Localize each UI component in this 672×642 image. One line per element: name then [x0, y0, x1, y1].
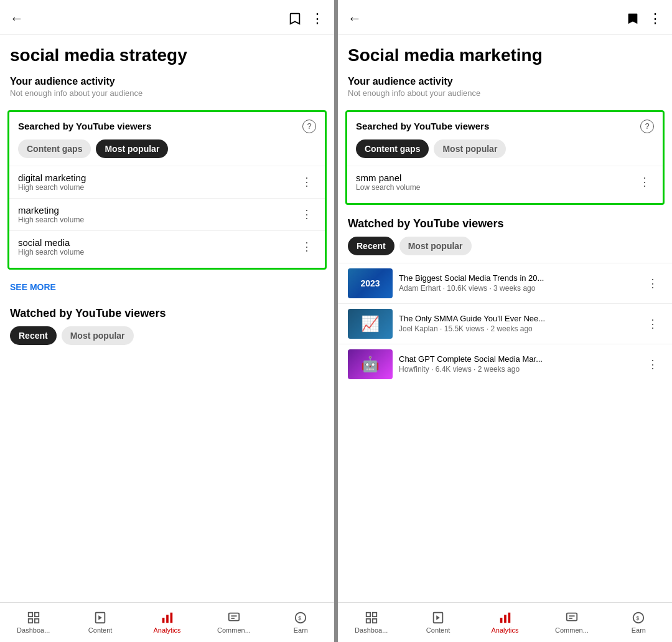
- right-audience-title: Your audience activity: [338, 66, 672, 88]
- left-search-menu-2[interactable]: ⋮: [297, 205, 316, 224]
- left-nav-content-label: Content: [88, 626, 113, 634]
- right-watch-popular[interactable]: Most popular: [399, 237, 472, 255]
- left-nav-comments-label: Commen...: [217, 626, 251, 634]
- left-search-item-3: social media High search volume ⋮: [9, 230, 325, 263]
- left-watch-tabs: Recent Most popular: [0, 324, 334, 352]
- left-nav-dashboard[interactable]: Dashboa...: [0, 603, 67, 642]
- right-nav-comments-label: Commen...: [555, 626, 589, 634]
- right-panel: ← ⋮ Social media marketing Your audience…: [338, 0, 672, 642]
- right-content: Social media marketing Your audience act…: [338, 35, 672, 602]
- left-watch-recent[interactable]: Recent: [10, 326, 57, 345]
- right-nav-content-label: Content: [426, 626, 450, 634]
- right-box-header: Searched by YouTube viewers ?: [347, 120, 663, 139]
- bookmark-filled-icon[interactable]: [626, 12, 640, 26]
- right-nav-dashboard[interactable]: Dashboa...: [338, 603, 404, 642]
- right-nav-earn[interactable]: $ Earn: [605, 603, 672, 642]
- left-help-icon[interactable]: ?: [302, 120, 316, 133]
- right-tab-most-popular[interactable]: Most popular: [434, 139, 506, 158]
- right-comments-icon: [565, 611, 579, 625]
- right-nav-analytics-label: Analytics: [492, 626, 519, 634]
- right-watch-tabs: Recent Most popular: [338, 234, 672, 263]
- earn-icon: $: [294, 611, 307, 625]
- left-search-volume-3: High search volume: [18, 248, 297, 257]
- left-search-volume-1: High search volume: [18, 183, 297, 192]
- right-search-volume-1: Low search volume: [356, 183, 635, 192]
- left-top-bar: ← ⋮: [0, 0, 334, 35]
- right-nav-earn-label: Earn: [632, 626, 646, 634]
- left-content: social media strategy Your audience acti…: [0, 35, 334, 602]
- right-more-options[interactable]: ⋮: [648, 11, 662, 27]
- right-page-title: Social media marketing: [338, 35, 672, 66]
- right-nav-comments[interactable]: Commen...: [538, 603, 605, 642]
- svg-rect-16: [366, 619, 370, 623]
- left-search-menu-1[interactable]: ⋮: [297, 172, 316, 191]
- comments-icon: [227, 611, 241, 625]
- right-nav-analytics[interactable]: Analytics: [472, 603, 538, 642]
- left-searched-box: Searched by YouTube viewers ? Content ga…: [7, 110, 327, 270]
- svg-rect-21: [504, 615, 506, 623]
- svg-marker-5: [98, 615, 102, 620]
- left-search-name-2: marketing: [18, 205, 297, 215]
- right-video-thumb-2: 📈: [348, 309, 393, 339]
- left-nav-content[interactable]: Content: [67, 603, 133, 642]
- right-watched-title: Watched by YouTube viewers: [338, 210, 672, 234]
- right-earn-icon: $: [632, 611, 645, 625]
- left-nav-analytics[interactable]: Analytics: [134, 603, 200, 642]
- svg-text:$: $: [299, 615, 302, 621]
- svg-rect-9: [229, 613, 240, 621]
- left-box-header: Searched by YouTube viewers ?: [9, 120, 325, 139]
- right-tab-content-gaps[interactable]: Content gaps: [356, 139, 429, 158]
- right-back-button[interactable]: ←: [348, 11, 362, 27]
- svg-rect-7: [166, 615, 169, 623]
- svg-rect-1: [35, 613, 39, 616]
- left-see-more[interactable]: SEE MORE: [0, 275, 334, 300]
- left-page-title: social media strategy: [0, 35, 334, 66]
- right-video-menu-3[interactable]: ⋮: [643, 355, 662, 374]
- left-watched-title: Watched by YouTube viewers: [0, 300, 334, 324]
- left-watch-popular[interactable]: Most popular: [62, 326, 134, 345]
- left-nav-earn-label: Earn: [294, 626, 308, 634]
- left-nav-earn[interactable]: $ Earn: [268, 603, 334, 642]
- left-bottom-nav: Dashboa... Content Analytics Commen...: [0, 602, 334, 642]
- right-search-name-1: smm panel: [356, 172, 635, 183]
- svg-rect-23: [567, 613, 577, 621]
- right-video-thumb-1: 2023: [348, 268, 393, 298]
- svg-rect-6: [162, 618, 164, 623]
- right-video-item-2[interactable]: 📈 The Only SMMA Guide You'll Ever Nee...…: [338, 303, 672, 344]
- right-analytics-icon: [498, 611, 512, 625]
- left-back-button[interactable]: ←: [10, 11, 24, 27]
- left-nav-comments[interactable]: Commen...: [200, 603, 267, 642]
- left-tab-content-gaps[interactable]: Content gaps: [18, 139, 91, 158]
- left-nav-dashboard-label: Dashboa...: [17, 626, 50, 634]
- right-search-menu-1[interactable]: ⋮: [635, 172, 654, 191]
- svg-rect-22: [508, 613, 510, 623]
- right-video-item-1[interactable]: 2023 The Biggest Social Media Trends in …: [338, 263, 672, 303]
- svg-rect-17: [373, 619, 376, 623]
- left-tab-most-popular[interactable]: Most popular: [96, 139, 168, 158]
- right-video-title-2: The Only SMMA Guide You'll Ever Nee...: [399, 314, 643, 324]
- left-search-item-1: digital marketing High search volume ⋮: [9, 166, 325, 198]
- left-search-menu-3[interactable]: ⋮: [297, 237, 316, 256]
- right-nav-content[interactable]: Content: [404, 603, 471, 642]
- right-searched-title: Searched by YouTube viewers: [356, 121, 640, 131]
- left-nav-analytics-label: Analytics: [154, 626, 181, 634]
- bookmark-outline-icon[interactable]: [288, 12, 302, 26]
- right-video-title-1: The Biggest Social Media Trends in 20...: [399, 273, 643, 284]
- right-video-title-3: Chat GPT Complete Social Media Mar...: [399, 354, 643, 365]
- left-search-name-1: digital marketing: [18, 172, 297, 183]
- right-video-menu-2[interactable]: ⋮: [643, 314, 662, 333]
- right-help-icon[interactable]: ?: [640, 120, 654, 133]
- left-audience-subtitle: Not enough info about your audience: [0, 88, 334, 105]
- svg-rect-15: [373, 613, 376, 616]
- right-dashboard-icon: [365, 611, 378, 625]
- left-tab-row: Content gaps Most popular: [9, 139, 325, 166]
- right-video-thumb-3: 🤖: [348, 349, 393, 379]
- svg-rect-20: [500, 618, 502, 623]
- right-video-item-3[interactable]: 🤖 Chat GPT Complete Social Media Mar... …: [338, 344, 672, 384]
- right-watch-recent[interactable]: Recent: [348, 237, 394, 255]
- svg-text:$: $: [637, 615, 640, 621]
- left-more-options[interactable]: ⋮: [310, 11, 324, 27]
- svg-rect-3: [35, 619, 39, 623]
- left-search-item-2: marketing High search volume ⋮: [9, 198, 325, 230]
- right-video-menu-1[interactable]: ⋮: [643, 274, 662, 293]
